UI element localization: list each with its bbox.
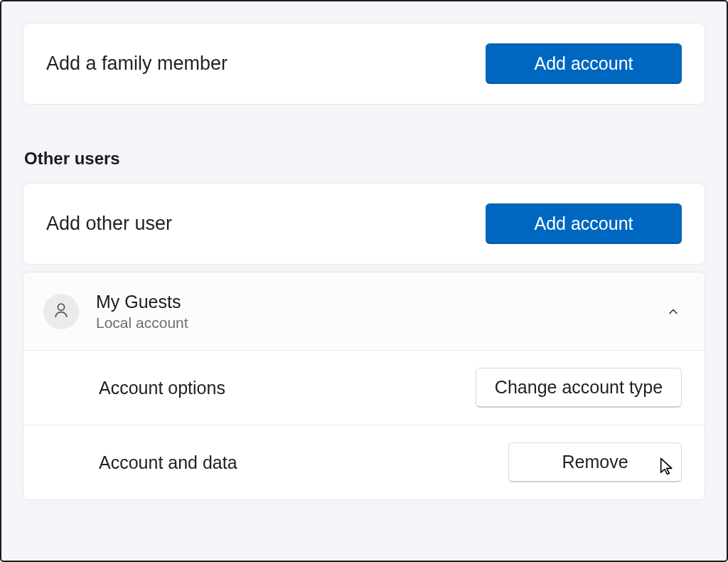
add-other-user-label: Add other user	[46, 213, 172, 235]
account-and-data-row: Account and data Remove	[23, 425, 705, 499]
user-account-card: My Guests Local account Account options …	[23, 272, 705, 500]
user-account-header[interactable]: My Guests Local account	[23, 272, 705, 350]
person-icon	[52, 301, 70, 322]
add-family-account-button[interactable]: Add account	[486, 43, 682, 84]
other-users-heading: Other users	[24, 149, 705, 169]
account-and-data-label: Account and data	[99, 452, 237, 473]
add-family-row: Add a family member Add account	[23, 23, 705, 104]
svg-point-0	[58, 304, 64, 310]
chevron-up-icon	[665, 303, 682, 320]
avatar	[43, 294, 79, 329]
user-titles: My Guests Local account	[96, 291, 188, 332]
add-other-user-card: Add other user Add account	[23, 183, 705, 265]
family-member-card: Add a family member Add account	[23, 23, 705, 105]
add-other-user-row: Add other user Add account	[23, 184, 705, 264]
change-account-type-button[interactable]: Change account type	[476, 368, 682, 408]
add-other-account-button[interactable]: Add account	[486, 203, 682, 244]
user-subtitle: Local account	[96, 314, 188, 332]
account-options-row: Account options Change account type	[23, 350, 705, 425]
remove-account-button[interactable]: Remove	[508, 442, 682, 482]
user-name: My Guests	[96, 291, 188, 312]
add-family-label: Add a family member	[46, 53, 228, 75]
account-options-label: Account options	[99, 378, 225, 398]
